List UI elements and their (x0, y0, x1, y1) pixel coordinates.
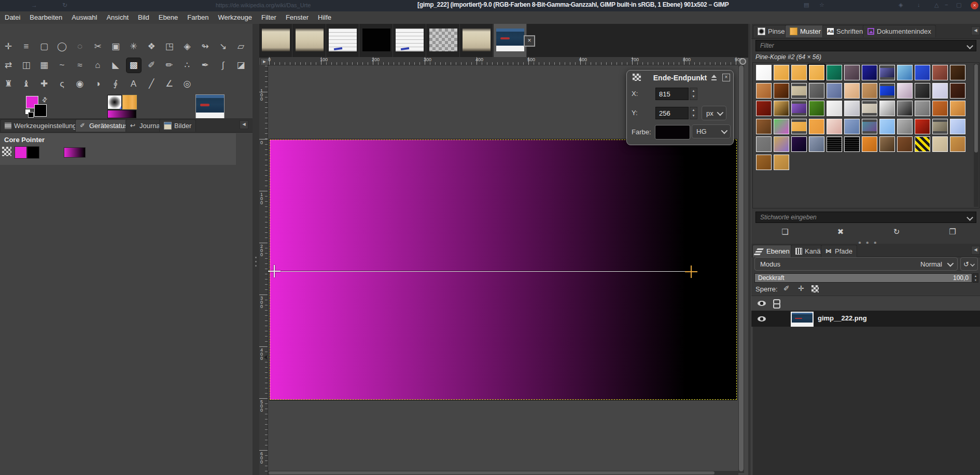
gradient-end-handle[interactable] (685, 266, 697, 278)
pattern-swatch[interactable] (897, 136, 913, 152)
pattern-swatch[interactable] (756, 119, 772, 134)
layer-row[interactable]: gimp__222.png (751, 311, 980, 327)
pattern-swatch[interactable] (774, 119, 789, 134)
blend-space-dropdown[interactable]: HG (692, 124, 731, 138)
pattern-swatch[interactable] (774, 83, 789, 99)
pattern-swatch[interactable] (827, 101, 842, 116)
pattern-swatch[interactable] (827, 136, 842, 152)
perspective-clone-tool-icon[interactable]: ♝ (19, 77, 34, 91)
rect-select-tool-icon[interactable]: ▢ (37, 39, 51, 54)
pattern-swatch[interactable] (774, 101, 789, 116)
pattern-swatch[interactable] (915, 136, 930, 152)
menu-filter[interactable]: Filter (257, 11, 281, 24)
move-tool-icon[interactable]: ✛ (1, 39, 16, 54)
window-close-button[interactable]: × (971, 2, 978, 9)
pattern-swatch[interactable] (932, 83, 948, 99)
gradient-tool-line[interactable] (274, 271, 691, 272)
menu-werkzeuge[interactable]: Werkzeuge (214, 11, 257, 24)
handle-transform-tool-icon[interactable]: ↬ (198, 39, 213, 54)
unified-transform-tool-icon[interactable]: ◈ (180, 39, 194, 54)
pattern-swatch[interactable] (774, 136, 789, 152)
tab-ebenen[interactable]: Ebenen (752, 245, 794, 257)
menu-ansicht[interactable]: Ansicht (102, 11, 133, 24)
pattern-swatch[interactable] (932, 136, 948, 152)
y-input[interactable] (655, 107, 689, 119)
tags-input[interactable] (755, 212, 976, 223)
pattern-swatch[interactable] (897, 119, 913, 134)
gradient-start-handle[interactable] (268, 265, 281, 277)
close-image-button[interactable]: × (524, 35, 535, 47)
pattern-swatch[interactable] (809, 83, 824, 99)
smudge-tool-icon[interactable]: ς (55, 77, 69, 91)
tab-pfade[interactable]: ⋈Pfade (821, 245, 857, 257)
mypaint-brush-tool-icon[interactable]: ∫ (216, 58, 230, 73)
npoint-deform-tool-icon[interactable]: ≈ (73, 58, 87, 73)
pattern-swatch[interactable] (791, 83, 807, 99)
image-tab-black[interactable] (360, 24, 393, 57)
x-spin-buttons[interactable]: ▲▼ (690, 88, 697, 100)
pattern-swatch[interactable] (950, 101, 965, 116)
duplicate-pattern-button[interactable]: ❏ (779, 226, 791, 238)
blend-space-reset-button[interactable]: ↺ (960, 257, 978, 271)
pattern-swatch[interactable] (897, 83, 913, 99)
active-pattern-preview[interactable] (122, 95, 137, 109)
endpoint-color-swatch[interactable] (655, 125, 690, 139)
menu-bearbeiten[interactable]: Bearbeiten (25, 11, 67, 24)
pattern-swatch[interactable] (862, 83, 877, 99)
pattern-swatch[interactable] (862, 101, 877, 116)
fuzzy-select-tool-icon[interactable]: ✳ (127, 39, 141, 54)
pattern-swatch[interactable] (950, 119, 965, 134)
pattern-swatch[interactable] (756, 136, 772, 152)
foreground-select-tool-icon[interactable]: ▣ (108, 39, 123, 54)
crop-tool-icon[interactable]: ◳ (162, 39, 177, 54)
color-picker-tool-icon[interactable]: ╱ (144, 77, 159, 91)
pattern-swatch[interactable] (950, 65, 965, 80)
device-tool-gradient-icon[interactable] (2, 147, 11, 156)
align-tool-icon[interactable]: ≡ (19, 39, 34, 54)
pattern-swatch[interactable] (950, 83, 965, 99)
cage-transform-tool-icon[interactable]: ⌂ (91, 58, 105, 73)
menu-fenster[interactable]: Fenster (281, 11, 313, 24)
pattern-swatch[interactable] (897, 65, 913, 80)
gradient-endpoint-dialog[interactable]: Ende-Endpunkt × X: ▲▼ Y: ▲▼ px Farbe: HG (626, 70, 734, 145)
pattern-swatch[interactable] (791, 119, 807, 134)
zoom-follow-window-toggle[interactable] (739, 58, 746, 65)
pattern-scrollbar[interactable] (974, 64, 978, 207)
tab-bilder[interactable]: Bilder (159, 119, 196, 132)
right-dock-menu-button[interactable]: ◀ (971, 26, 980, 35)
pattern-swatch[interactable] (879, 65, 895, 80)
pattern-swatch[interactable] (809, 136, 824, 152)
perspective-tool-icon[interactable]: ▦ (37, 58, 51, 73)
gradient-tool-icon[interactable]: ▩ (127, 58, 141, 73)
x-input[interactable] (655, 88, 689, 100)
dodge-burn-tool-icon[interactable]: ◑ (91, 77, 105, 91)
zoom-tool-icon[interactable]: ◎ (180, 77, 194, 91)
menu-auswahl[interactable]: Auswahl (67, 11, 102, 24)
paths-tool-icon[interactable]: ∮ (108, 77, 123, 91)
lock-position-icon[interactable]: ✛ (798, 284, 804, 292)
pattern-swatch[interactable] (879, 101, 895, 116)
menu-ebene[interactable]: Ebene (154, 11, 183, 24)
delete-pattern-button[interactable]: ✖ (834, 226, 847, 238)
pattern-swatch[interactable] (862, 65, 877, 80)
detach-dialog-icon[interactable] (710, 75, 717, 80)
active-brush-preview[interactable] (107, 95, 122, 109)
bucket-fill-tool-icon[interactable]: ◣ (108, 58, 123, 73)
free-select-tool-icon[interactable]: ◌ (73, 39, 87, 54)
tab-muster[interactable]: Muster (785, 25, 825, 37)
device-bg-color-swatch[interactable] (27, 146, 39, 159)
scale-tool-icon[interactable]: ↘ (216, 39, 230, 54)
canvas-image[interactable] (269, 139, 737, 400)
layers-menu-button[interactable]: ◀ (971, 246, 980, 255)
pattern-swatch[interactable] (862, 136, 877, 152)
scissors-select-tool-icon[interactable]: ✂ (91, 39, 105, 54)
pattern-swatch[interactable] (879, 119, 895, 134)
heal-tool-icon[interactable]: ✚ (37, 77, 51, 91)
pattern-swatch[interactable] (809, 65, 824, 80)
layer-mode-dropdown[interactable]: Modus Normal (754, 257, 958, 271)
text-tool-icon[interactable]: A (127, 77, 141, 91)
y-spin-buttons[interactable]: ▲▼ (690, 107, 697, 119)
pattern-swatch[interactable] (791, 65, 807, 80)
pattern-swatch[interactable] (879, 136, 895, 152)
device-fg-color-swatch[interactable] (15, 146, 27, 159)
